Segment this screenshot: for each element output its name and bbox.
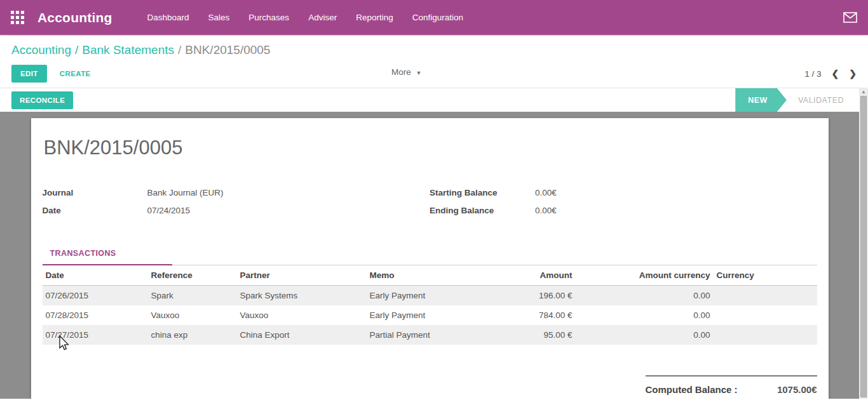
scroll-up-icon[interactable]: ▲ <box>859 88 868 96</box>
menu-item-configuration[interactable]: Configuration <box>412 13 463 22</box>
record-title: BNK/2015/0005 <box>44 137 817 159</box>
envelope-icon[interactable] <box>843 12 857 23</box>
breadcrumb-current-record: BNK/2015/0005 <box>185 43 270 57</box>
table-row[interactable]: 07/28/2015 Vauxoo Vauxoo Early Payment 7… <box>43 305 817 325</box>
field-group-right: Starting Balance 0.00€ Ending Balance 0.… <box>430 188 817 223</box>
status-state-new[interactable]: NEW <box>735 88 787 112</box>
pager-value: 1 / 3 <box>804 69 821 79</box>
statusbar-states: NEW VALIDATED <box>735 88 859 112</box>
breadcrumb-separator: / <box>174 43 185 57</box>
menu-item-adviser[interactable]: Adviser <box>308 13 337 22</box>
starting-balance-label: Starting Balance <box>430 188 535 197</box>
field-group-left: Journal Bank Journal (EUR) Date 07/24/20… <box>43 188 430 223</box>
notebook-tabs: TRANSACTIONS <box>43 249 817 265</box>
date-value[interactable]: 07/24/2015 <box>147 206 191 215</box>
col-header-currency[interactable]: Currency <box>714 265 817 286</box>
field-groups: Journal Bank Journal (EUR) Date 07/24/20… <box>43 188 817 223</box>
app-title: Accounting <box>37 10 112 25</box>
menu-item-sales[interactable]: Sales <box>208 13 230 22</box>
col-header-amount[interactable]: Amount <box>485 265 576 286</box>
status-bar: RECONCILE NEW VALIDATED <box>0 88 859 112</box>
col-header-date[interactable]: Date <box>43 265 148 286</box>
computed-balance-value: 1075.00€ <box>777 384 817 395</box>
pager: 1 / 3 ❮ ❯ <box>804 69 857 79</box>
computed-balance-label: Computed Balance : <box>646 384 738 395</box>
menu-item-reporting[interactable]: Reporting <box>356 13 393 22</box>
col-header-memo[interactable]: Memo <box>367 265 485 286</box>
breadcrumb-bank-statements[interactable]: Bank Statements <box>82 43 174 57</box>
control-panel: EDIT CREATE More ▼ 1 / 3 ❮ ❯ <box>0 60 868 88</box>
form-view-background: BNK/2015/0005 Journal Bank Journal (EUR)… <box>0 112 859 399</box>
breadcrumb-separator: / <box>71 43 82 57</box>
menu-item-dashboard[interactable]: Dashboard <box>147 13 189 22</box>
date-label: Date <box>43 206 147 215</box>
computed-balance: Computed Balance : 1075.00€ <box>646 375 817 395</box>
status-state-validated[interactable]: VALIDATED <box>787 88 859 112</box>
journal-value[interactable]: Bank Journal (EUR) <box>147 188 224 197</box>
ending-balance-value[interactable]: 0.00€ <box>535 206 557 215</box>
journal-label: Journal <box>43 188 147 197</box>
apps-grid-icon[interactable] <box>11 11 25 25</box>
ending-balance-label: Ending Balance <box>430 206 535 215</box>
pager-previous-icon[interactable]: ❮ <box>832 69 839 79</box>
vertical-scrollbar[interactable]: ▲ <box>859 88 868 399</box>
table-row[interactable]: 07/26/2015 Spark Spark Systems Early Pay… <box>43 286 817 306</box>
pager-next-icon[interactable]: ❯ <box>849 69 857 79</box>
col-header-amount-currency[interactable]: Amount currency <box>576 265 714 286</box>
breadcrumb-accounting[interactable]: Accounting <box>11 43 71 57</box>
breadcrumb: Accounting/Bank Statements/BNK/2015/0005 <box>0 35 868 60</box>
menu-item-purchases[interactable]: Purchases <box>248 13 289 22</box>
tab-transactions[interactable]: TRANSACTIONS <box>43 249 172 265</box>
more-dropdown[interactable]: More ▼ <box>391 67 421 77</box>
scrollbar-thumb[interactable] <box>860 96 867 397</box>
more-label: More <box>391 67 411 77</box>
form-sheet: BNK/2015/0005 Journal Bank Journal (EUR)… <box>31 118 829 399</box>
table-header-row: Date Reference Partner Memo Amount Amoun… <box>43 265 817 286</box>
starting-balance-value[interactable]: 0.00€ <box>535 188 557 197</box>
top-navbar: Accounting Dashboard Sales Purchases Adv… <box>0 0 868 35</box>
edit-button[interactable]: EDIT <box>11 65 47 83</box>
col-header-partner[interactable]: Partner <box>237 265 367 286</box>
chevron-down-icon: ▼ <box>416 70 422 76</box>
create-button[interactable]: CREATE <box>50 65 101 83</box>
table-row[interactable]: 07/27/2015 china exp China Export Partia… <box>43 325 817 345</box>
reconcile-button[interactable]: RECONCILE <box>11 91 73 109</box>
main-menu: Dashboard Sales Purchases Adviser Report… <box>147 13 464 22</box>
col-header-reference[interactable]: Reference <box>148 265 237 286</box>
transactions-table: Date Reference Partner Memo Amount Amoun… <box>43 265 817 345</box>
